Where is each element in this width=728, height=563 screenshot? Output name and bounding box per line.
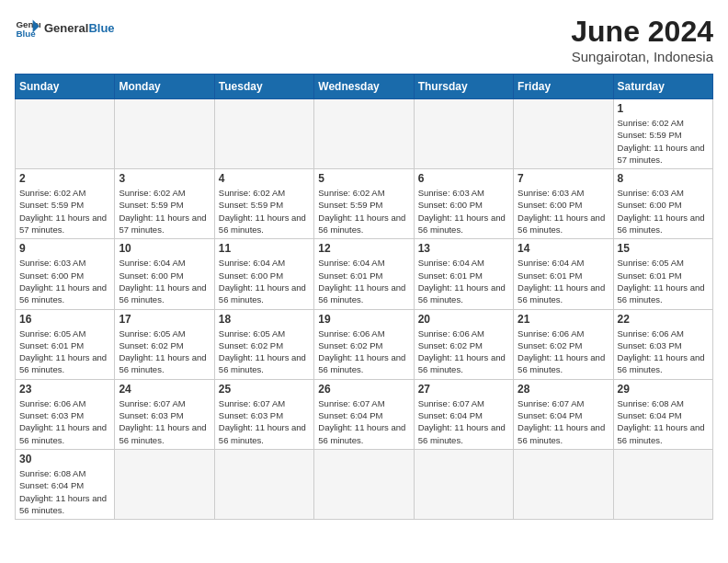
day-number: 25 xyxy=(219,383,310,396)
day-number: 15 xyxy=(618,242,709,255)
calendar-title-block: June 2024 Sungairotan, Indonesia xyxy=(571,15,713,64)
calendar-cell: 29Sunrise: 6:08 AMSunset: 6:04 PMDayligh… xyxy=(613,379,712,449)
day-number: 18 xyxy=(219,313,310,326)
day-info: Sunrise: 6:06 AMSunset: 6:03 PMDaylight:… xyxy=(618,327,709,376)
day-number: 10 xyxy=(119,242,210,255)
day-info: Sunrise: 6:03 AMSunset: 6:00 PMDaylight:… xyxy=(19,257,110,305)
calendar-cell xyxy=(214,99,313,169)
calendar-cell xyxy=(414,449,513,519)
day-number: 22 xyxy=(618,313,709,326)
weekday-header-friday: Friday xyxy=(514,75,613,99)
day-number: 20 xyxy=(418,313,509,326)
page-header: General Blue GeneralBlue June 2024 Sunga… xyxy=(15,15,713,64)
logo-icon: General Blue xyxy=(15,15,40,40)
calendar-cell: 30Sunrise: 6:08 AMSunset: 6:04 PMDayligh… xyxy=(16,449,115,519)
day-info: Sunrise: 6:02 AMSunset: 5:59 PMDaylight:… xyxy=(219,187,310,236)
calendar-cell: 26Sunrise: 6:07 AMSunset: 6:04 PMDayligh… xyxy=(314,379,414,449)
weekday-header-sunday: Sunday xyxy=(16,75,115,99)
day-info: Sunrise: 6:08 AMSunset: 6:04 PMDaylight:… xyxy=(19,467,110,516)
calendar-header: SundayMondayTuesdayWednesdayThursdayFrid… xyxy=(16,75,713,99)
calendar-cell: 3Sunrise: 6:02 AMSunset: 5:59 PMDaylight… xyxy=(115,169,214,239)
calendar-cell xyxy=(514,99,613,169)
day-info: Sunrise: 6:02 AMSunset: 5:59 PMDaylight:… xyxy=(318,187,409,236)
day-info: Sunrise: 6:07 AMSunset: 6:03 PMDaylight:… xyxy=(119,397,210,446)
weekday-header-row: SundayMondayTuesdayWednesdayThursdayFrid… xyxy=(16,75,713,99)
day-number: 23 xyxy=(19,383,110,396)
day-info: Sunrise: 6:05 AMSunset: 6:02 PMDaylight:… xyxy=(219,327,310,376)
day-info: Sunrise: 6:04 AMSunset: 6:01 PMDaylight:… xyxy=(518,257,609,305)
calendar-cell xyxy=(314,99,414,169)
calendar-cell: 7Sunrise: 6:03 AMSunset: 6:00 PMDaylight… xyxy=(514,169,613,239)
calendar-cell: 21Sunrise: 6:06 AMSunset: 6:02 PMDayligh… xyxy=(514,309,613,379)
day-number: 29 xyxy=(618,383,709,396)
calendar-cell: 8Sunrise: 6:03 AMSunset: 6:00 PMDaylight… xyxy=(613,169,712,239)
day-info: Sunrise: 6:07 AMSunset: 6:04 PMDaylight:… xyxy=(518,397,609,446)
day-number: 21 xyxy=(518,313,609,326)
day-info: Sunrise: 6:07 AMSunset: 6:04 PMDaylight:… xyxy=(318,397,409,446)
day-info: Sunrise: 6:07 AMSunset: 6:03 PMDaylight:… xyxy=(219,397,310,446)
calendar-cell xyxy=(115,99,214,169)
day-info: Sunrise: 6:03 AMSunset: 6:00 PMDaylight:… xyxy=(518,187,609,236)
calendar-week-4: 16Sunrise: 6:05 AMSunset: 6:01 PMDayligh… xyxy=(16,309,713,379)
logo-text: GeneralBlue xyxy=(44,21,115,35)
day-number: 14 xyxy=(518,242,609,255)
day-number: 6 xyxy=(418,172,509,185)
calendar-cell xyxy=(115,449,214,519)
weekday-header-tuesday: Tuesday xyxy=(214,75,313,99)
calendar-cell: 18Sunrise: 6:05 AMSunset: 6:02 PMDayligh… xyxy=(214,309,313,379)
day-number: 27 xyxy=(418,383,509,396)
calendar-cell: 2Sunrise: 6:02 AMSunset: 5:59 PMDaylight… xyxy=(16,169,115,239)
calendar-cell: 25Sunrise: 6:07 AMSunset: 6:03 PMDayligh… xyxy=(214,379,313,449)
day-number: 28 xyxy=(518,383,609,396)
day-info: Sunrise: 6:02 AMSunset: 5:59 PMDaylight:… xyxy=(618,117,709,166)
calendar-cell: 22Sunrise: 6:06 AMSunset: 6:03 PMDayligh… xyxy=(613,309,712,379)
day-number: 30 xyxy=(19,453,110,465)
calendar-cell xyxy=(414,99,513,169)
day-number: 17 xyxy=(119,313,210,326)
calendar-cell xyxy=(214,449,313,519)
calendar-cell: 16Sunrise: 6:05 AMSunset: 6:01 PMDayligh… xyxy=(16,309,115,379)
day-info: Sunrise: 6:04 AMSunset: 6:00 PMDaylight:… xyxy=(219,257,310,305)
calendar-cell xyxy=(314,449,414,519)
day-number: 19 xyxy=(318,313,409,326)
calendar-month-year: June 2024 xyxy=(571,15,713,49)
weekday-header-saturday: Saturday xyxy=(613,75,712,99)
weekday-header-thursday: Thursday xyxy=(414,75,513,99)
day-info: Sunrise: 6:02 AMSunset: 5:59 PMDaylight:… xyxy=(19,187,110,236)
day-info: Sunrise: 6:05 AMSunset: 6:01 PMDaylight:… xyxy=(618,257,709,305)
calendar-cell: 1Sunrise: 6:02 AMSunset: 5:59 PMDaylight… xyxy=(613,99,712,169)
calendar-week-1: 1Sunrise: 6:02 AMSunset: 5:59 PMDaylight… xyxy=(16,99,713,169)
day-info: Sunrise: 6:06 AMSunset: 6:02 PMDaylight:… xyxy=(318,327,409,376)
calendar-week-2: 2Sunrise: 6:02 AMSunset: 5:59 PMDaylight… xyxy=(16,169,713,239)
calendar-cell xyxy=(613,449,712,519)
day-number: 12 xyxy=(318,242,409,255)
day-info: Sunrise: 6:05 AMSunset: 6:02 PMDaylight:… xyxy=(119,327,210,376)
calendar-cell: 28Sunrise: 6:07 AMSunset: 6:04 PMDayligh… xyxy=(514,379,613,449)
calendar-cell xyxy=(16,99,115,169)
calendar-cell: 5Sunrise: 6:02 AMSunset: 5:59 PMDaylight… xyxy=(314,169,414,239)
day-number: 5 xyxy=(318,172,409,185)
day-info: Sunrise: 6:03 AMSunset: 6:00 PMDaylight:… xyxy=(418,187,509,236)
day-number: 24 xyxy=(119,383,210,396)
calendar-week-6: 30Sunrise: 6:08 AMSunset: 6:04 PMDayligh… xyxy=(16,449,713,519)
logo: General Blue GeneralBlue xyxy=(15,15,115,40)
day-number: 7 xyxy=(518,172,609,185)
day-info: Sunrise: 6:02 AMSunset: 5:59 PMDaylight:… xyxy=(119,187,210,236)
calendar-cell: 11Sunrise: 6:04 AMSunset: 6:00 PMDayligh… xyxy=(214,239,313,309)
calendar-cell: 15Sunrise: 6:05 AMSunset: 6:01 PMDayligh… xyxy=(613,239,712,309)
day-info: Sunrise: 6:07 AMSunset: 6:04 PMDaylight:… xyxy=(418,397,509,446)
calendar-cell: 27Sunrise: 6:07 AMSunset: 6:04 PMDayligh… xyxy=(414,379,513,449)
day-number: 1 xyxy=(618,102,709,115)
day-number: 3 xyxy=(119,172,210,185)
day-number: 4 xyxy=(219,172,310,185)
day-info: Sunrise: 6:05 AMSunset: 6:01 PMDaylight:… xyxy=(19,327,110,376)
day-info: Sunrise: 6:06 AMSunset: 6:03 PMDaylight:… xyxy=(19,397,110,446)
day-number: 11 xyxy=(219,242,310,255)
day-info: Sunrise: 6:06 AMSunset: 6:02 PMDaylight:… xyxy=(518,327,609,376)
calendar-cell: 20Sunrise: 6:06 AMSunset: 6:02 PMDayligh… xyxy=(414,309,513,379)
day-info: Sunrise: 6:08 AMSunset: 6:04 PMDaylight:… xyxy=(618,397,709,446)
calendar-cell: 6Sunrise: 6:03 AMSunset: 6:00 PMDaylight… xyxy=(414,169,513,239)
calendar-cell: 10Sunrise: 6:04 AMSunset: 6:00 PMDayligh… xyxy=(115,239,214,309)
day-number: 2 xyxy=(19,172,110,185)
calendar-cell: 4Sunrise: 6:02 AMSunset: 5:59 PMDaylight… xyxy=(214,169,313,239)
